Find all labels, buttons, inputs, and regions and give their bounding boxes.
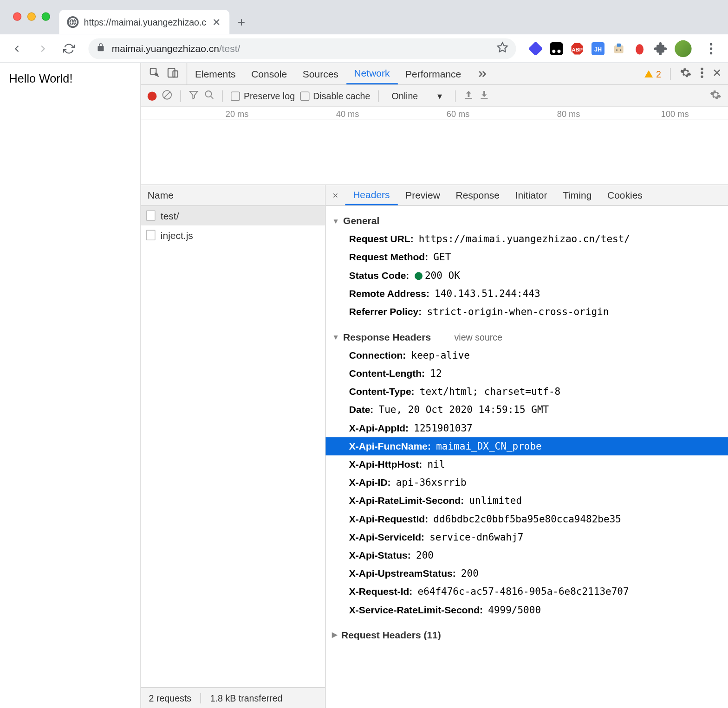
tab-elements[interactable]: Elements	[187, 63, 243, 84]
extensions-menu-icon[interactable]	[654, 42, 667, 55]
preserve-log-checkbox[interactable]: Preserve log	[231, 90, 295, 101]
network-timeline[interactable]: 20 ms 40 ms 60 ms 80 ms 100 ms	[141, 107, 728, 185]
timeline-tick: 40 ms	[336, 109, 359, 119]
extension-icon[interactable]	[633, 42, 646, 55]
detail-tab-headers[interactable]: Headers	[345, 185, 397, 205]
maximize-window-button[interactable]	[42, 13, 50, 21]
header-row[interactable]: X-Api-ID:api-36xsrrib	[325, 474, 728, 492]
close-devtools-icon[interactable]	[712, 68, 722, 79]
extension-icon[interactable]	[529, 42, 542, 55]
browser-tab[interactable]: https://maimai.yuangezhizao.c	[59, 10, 229, 34]
close-details-icon[interactable]: ×	[325, 190, 345, 201]
header-row[interactable]: Status Code:200 OK	[325, 266, 728, 284]
svg-rect-3	[550, 42, 563, 55]
svg-rect-26	[465, 98, 472, 99]
profile-avatar[interactable]	[675, 40, 691, 57]
page-content: Hello World!	[0, 63, 140, 708]
svg-point-13	[620, 49, 622, 51]
header-row[interactable]: X-Request-Id:e64f476c-ac57-4816-905a-6e8…	[325, 583, 728, 601]
extension-icon[interactable]	[550, 42, 563, 55]
header-row[interactable]: Request URL:https://maimai.yuangezhizao.…	[325, 230, 728, 248]
devtools-menu-icon[interactable]	[701, 68, 703, 80]
lock-icon	[96, 43, 105, 54]
svg-point-16	[710, 47, 713, 50]
svg-rect-2	[529, 42, 542, 55]
request-list-header[interactable]: Name	[141, 185, 325, 206]
svg-rect-27	[481, 98, 488, 99]
reload-button[interactable]	[57, 37, 80, 60]
detail-tab-preview[interactable]: Preview	[397, 185, 448, 205]
disable-cache-checkbox[interactable]: Disable cache	[300, 90, 370, 101]
header-row[interactable]: X-Api-Status:200	[325, 546, 728, 564]
tab-performance[interactable]: Performance	[397, 63, 469, 84]
browser-menu-button[interactable]	[699, 43, 722, 54]
warnings-badge[interactable]: 2	[644, 69, 661, 79]
header-row[interactable]: X-Api-FuncName:maimai_DX_CN_probe	[325, 437, 728, 455]
tab-sources[interactable]: Sources	[295, 63, 346, 84]
network-settings-icon[interactable]	[710, 89, 722, 103]
svg-point-25	[205, 91, 211, 97]
request-item[interactable]: test/	[141, 206, 325, 225]
throttling-select[interactable]: Online ▾	[386, 90, 447, 101]
detail-tab-cookies[interactable]: Cookies	[599, 185, 650, 205]
header-row[interactable]: X-Api-AppId:1251901037	[325, 419, 728, 437]
device-toolbar-icon[interactable]	[167, 67, 179, 80]
devtools-tabs: Elements Console Sources Network Perform…	[141, 63, 728, 85]
minimize-window-button[interactable]	[27, 13, 36, 21]
header-row[interactable]: X-Api-RequestId:dd6bdbc2c0bbf5ba95e80cca…	[325, 510, 728, 528]
record-button[interactable]	[148, 91, 157, 101]
svg-point-15	[710, 43, 713, 45]
svg-rect-11	[617, 43, 621, 46]
header-row[interactable]: X-Api-HttpHost:nil	[325, 455, 728, 473]
detail-tab-initiator[interactable]: Initiator	[507, 185, 555, 205]
header-row[interactable]: X-Api-UpstreamStatus:200	[325, 565, 728, 583]
header-row[interactable]: X-Api-RateLimit-Second:unlimited	[325, 492, 728, 510]
header-row[interactable]: X-Service-RateLimit-Second:4999/5000	[325, 601, 728, 619]
tab-bar: https://maimai.yuangezhizao.c +	[0, 0, 728, 34]
download-har-icon[interactable]	[479, 90, 489, 102]
address-bar[interactable]: maimai.yuangezhizao.cn/test/	[88, 38, 516, 59]
inspect-element-icon[interactable]	[149, 67, 161, 80]
timeline-tick: 60 ms	[447, 109, 470, 119]
filter-icon[interactable]	[188, 90, 199, 102]
response-headers-section-header[interactable]: ▼ Response Headers view source	[325, 328, 728, 347]
close-window-button[interactable]	[13, 13, 21, 21]
header-row[interactable]: Referrer Policy:strict-origin-when-cross…	[325, 303, 728, 321]
new-tab-button[interactable]: +	[230, 10, 253, 34]
transferred-size: 1.8 kB transferred	[210, 693, 283, 703]
header-row[interactable]: X-Api-ServiceId:service-dn6wahj7	[325, 528, 728, 546]
detail-tab-response[interactable]: Response	[448, 185, 507, 205]
request-item[interactable]: inject.js	[141, 225, 325, 245]
request-headers-section-header[interactable]: ▶ Request Headers (11)	[325, 625, 728, 644]
header-row[interactable]: Remote Address:140.143.51.244:443	[325, 284, 728, 303]
header-row[interactable]: Connection:keep-alive	[325, 346, 728, 364]
back-button[interactable]	[5, 37, 28, 60]
tab-network[interactable]: Network	[346, 63, 398, 84]
header-row[interactable]: Request Method:GET	[325, 248, 728, 266]
view-source-link[interactable]: view source	[455, 332, 502, 342]
settings-icon[interactable]	[680, 67, 691, 80]
svg-text:JH: JH	[594, 46, 602, 52]
network-toolbar: Preserve log Disable cache Online ▾	[141, 85, 728, 107]
header-row[interactable]: Content-Type:text/html; charset=utf-8	[325, 383, 728, 401]
bookmark-icon[interactable]	[497, 41, 508, 56]
disclosure-triangle-icon: ▶	[332, 631, 337, 639]
more-tabs-icon[interactable]	[469, 63, 495, 84]
extension-icon[interactable]	[612, 42, 625, 55]
upload-har-icon[interactable]	[463, 90, 474, 102]
general-section-header[interactable]: ▼ General	[325, 211, 728, 230]
tab-console[interactable]: Console	[243, 63, 295, 84]
header-row[interactable]: Date:Tue, 20 Oct 2020 14:59:15 GMT	[325, 401, 728, 419]
clear-icon[interactable]	[162, 90, 172, 102]
browser-toolbar: maimai.yuangezhizao.cn/test/ ABP JH	[0, 34, 728, 63]
header-row[interactable]: Content-Length:12	[325, 364, 728, 382]
extension-icon[interactable]: JH	[592, 42, 604, 55]
adblock-icon[interactable]: ABP	[571, 42, 584, 55]
forward-button[interactable]	[31, 37, 54, 60]
search-icon[interactable]	[204, 90, 214, 102]
detail-tab-timing[interactable]: Timing	[555, 185, 599, 205]
requests-count: 2 requests	[149, 693, 192, 703]
request-details: × Headers Preview Response Initiator Tim…	[325, 185, 728, 708]
timeline-tick: 80 ms	[557, 109, 580, 119]
close-tab-icon[interactable]	[211, 17, 221, 27]
